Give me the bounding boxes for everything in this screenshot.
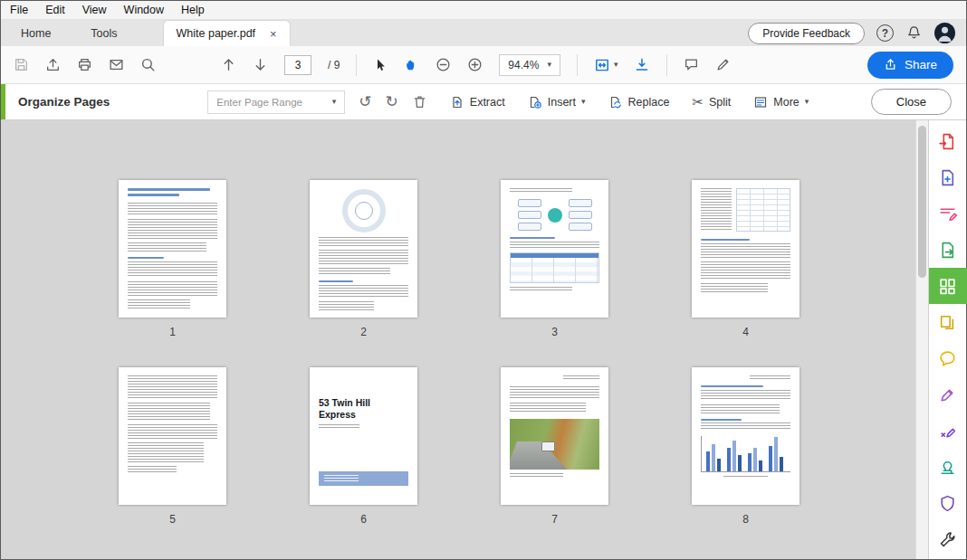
- sidebar-item-create-pdf[interactable]: [929, 159, 967, 195]
- decor-paragraph: [510, 386, 599, 399]
- user-avatar[interactable]: [934, 23, 955, 43]
- more-options-icon: [753, 95, 768, 109]
- sidebar-item-sign-certificates[interactable]: [929, 413, 967, 449]
- select-tool-icon[interactable]: [373, 58, 388, 72]
- tab-tools[interactable]: Tools: [71, 20, 137, 46]
- decor-heading: [701, 419, 742, 421]
- page-thumbnail-4[interactable]: [692, 180, 799, 318]
- share-icon: [884, 58, 897, 71]
- decor-bar-chart: [701, 436, 790, 472]
- insert-button[interactable]: Insert ▾: [528, 95, 586, 109]
- tab-document[interactable]: White paper.pdf ×: [163, 20, 291, 46]
- help-icon[interactable]: ?: [876, 24, 894, 42]
- sidebar-item-combine-files[interactable]: [929, 304, 967, 340]
- menu-file[interactable]: File: [10, 4, 28, 16]
- save-icon[interactable]: [14, 57, 29, 72]
- page-thumbnail-3[interactable]: [501, 180, 608, 318]
- sidebar-item-organize-pages[interactable]: [929, 268, 967, 304]
- decor-paragraph: [128, 242, 206, 252]
- insert-icon: [528, 95, 542, 109]
- vertical-scrollbar[interactable]: [915, 120, 928, 559]
- delete-pages-icon[interactable]: [412, 94, 427, 109]
- decor-paragraph: [128, 203, 217, 215]
- tab-home[interactable]: Home: [1, 20, 71, 46]
- zoom-out-icon[interactable]: [436, 57, 451, 72]
- next-page-icon[interactable]: [253, 57, 268, 72]
- page-thumbnail-8[interactable]: [692, 367, 799, 505]
- decor-heading: [319, 280, 353, 282]
- page-thumbnail-cell: 8: [692, 367, 799, 526]
- rotate-right-icon[interactable]: ↻: [386, 94, 398, 109]
- sidebar-item-protect[interactable]: [929, 485, 967, 521]
- decor-paragraph: [319, 237, 408, 246]
- menu-help[interactable]: Help: [181, 4, 205, 16]
- decor-paragraph: [128, 442, 204, 462]
- decor-paragraph: [750, 375, 790, 379]
- page-thumbnail-cell: 7: [501, 367, 608, 526]
- decor-paragraph: [563, 375, 599, 379]
- sidebar-item-more-tools[interactable]: [929, 521, 967, 557]
- rotate-left-icon[interactable]: ↺: [359, 94, 371, 109]
- replace-label: Replace: [628, 96, 670, 109]
- decor-paragraph: [319, 301, 374, 310]
- main-toolbar: / 9 94.4% ▾: [1, 46, 966, 84]
- provide-feedback-button[interactable]: Provide Feedback: [748, 23, 865, 44]
- sidebar-item-comment[interactable]: [929, 340, 967, 376]
- page-thumbnail-5[interactable]: [119, 367, 226, 505]
- zoom-in-icon[interactable]: [467, 57, 483, 72]
- content-area: 1 2: [1, 120, 966, 559]
- decor-table: [510, 252, 599, 283]
- notifications-bell-icon[interactable]: [905, 24, 923, 42]
- menu-view[interactable]: View: [82, 4, 107, 16]
- decor-flow-column: [518, 197, 541, 233]
- pencil-icon[interactable]: [715, 57, 731, 72]
- comment-icon[interactable]: [684, 57, 699, 72]
- page-range-dropdown[interactable]: Enter Page Range ▾: [207, 90, 345, 114]
- split-button[interactable]: ✂ Split: [692, 95, 731, 109]
- page-thumbnail-2[interactable]: [310, 180, 417, 318]
- replace-button[interactable]: Replace: [608, 95, 670, 109]
- upload-icon[interactable]: [45, 57, 61, 72]
- menu-edit[interactable]: Edit: [45, 4, 65, 16]
- decor-paragraph: [701, 261, 790, 280]
- previous-page-icon[interactable]: [221, 57, 236, 72]
- zoom-level-dropdown[interactable]: 94.4% ▾: [499, 54, 560, 76]
- replace-icon: [608, 95, 623, 109]
- search-icon[interactable]: [140, 57, 156, 72]
- page-thumbnail-1[interactable]: [119, 180, 226, 318]
- sidebar-item-edit-pdf[interactable]: [929, 195, 967, 232]
- scrolling-mode-icon[interactable]: [634, 57, 650, 73]
- sidebar-item-export-pdf[interactable]: [929, 123, 967, 159]
- print-icon[interactable]: [77, 57, 92, 72]
- edit-pdf-icon: [938, 204, 957, 223]
- decor-flow-circle: [548, 208, 562, 223]
- email-icon[interactable]: [109, 57, 124, 72]
- page-number-input[interactable]: [284, 55, 311, 75]
- organize-pages-title: Organize Pages: [18, 95, 110, 109]
- hand-tool-icon[interactable]: [404, 57, 419, 72]
- more-button[interactable]: More ▾: [753, 95, 809, 109]
- sidebar-item-stamp[interactable]: [929, 449, 967, 485]
- menu-window[interactable]: Window: [124, 4, 164, 16]
- decor-heading: [510, 237, 555, 239]
- sidebar-item-fill-sign[interactable]: [929, 376, 967, 413]
- decor-paragraph: [128, 424, 217, 439]
- extract-button[interactable]: Extract: [450, 95, 505, 109]
- extract-icon: [450, 95, 464, 109]
- tabbar-right: Provide Feedback ?: [748, 20, 966, 46]
- toolbar-separator: [666, 54, 667, 76]
- decor-chart-legend: [723, 476, 769, 479]
- page-fit-icon[interactable]: ▾: [594, 57, 618, 73]
- scrollbar-thumb[interactable]: [918, 126, 926, 278]
- page-count-label: / 9: [328, 59, 340, 71]
- close-button[interactable]: Close: [871, 89, 952, 115]
- close-tab-icon[interactable]: ×: [270, 28, 277, 40]
- page-thumbnail-7[interactable]: [501, 367, 608, 505]
- acrobat-window: File Edit View Window Help Home Tools Wh…: [0, 0, 967, 560]
- sidebar-item-export-file[interactable]: [929, 232, 967, 268]
- split-label: Split: [709, 96, 731, 109]
- share-button[interactable]: Share: [867, 52, 953, 79]
- page-thumbnail-6[interactable]: 53 Twin Hill Express: [310, 367, 417, 505]
- chevron-down-icon: ▾: [547, 61, 551, 69]
- page-thumbnail-cell: 5: [119, 367, 226, 526]
